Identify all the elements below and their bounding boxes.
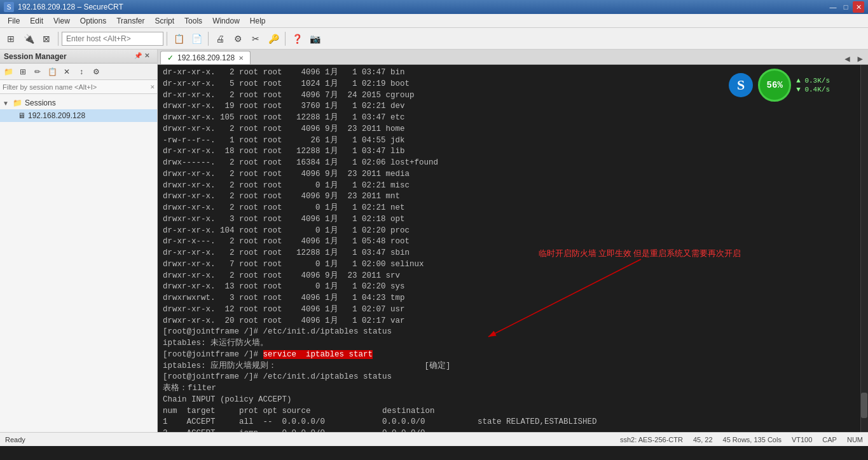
disconnect-button[interactable]: ⊠ — [38, 30, 55, 47]
sidebar-delete-btn[interactable]: ✕ — [60, 65, 74, 79]
tab-prev-icon[interactable]: ◀ — [842, 53, 852, 64]
status-caps: CAP — [822, 436, 837, 443]
sidebar-new-btn[interactable]: 📁 — [1, 65, 15, 79]
app-icon: S — [4, 2, 14, 12]
tab-check-icon: ✓ — [167, 53, 174, 62]
menu-view[interactable]: View — [48, 15, 75, 27]
session-tree: ▼ 📁 Sessions 🖥 192.168.209.128 — [0, 94, 157, 432]
content-area: ✓ 192.168.209.128 ✕ ◀ ▶ dr-xr-xr-x. 2 ro… — [158, 50, 868, 432]
toolbar-btn-7[interactable]: 📷 — [307, 30, 323, 47]
sidebar-pin-icon[interactable]: 📌 — [134, 52, 143, 61]
tab-close-icon[interactable]: ✕ — [238, 55, 244, 62]
terminal-content: dr-xr-xr-x. 2 root root 4096 1月 1 03:47 … — [163, 67, 863, 432]
menu-edit[interactable]: Edit — [25, 15, 48, 27]
sidebar-edit-btn[interactable]: ✏ — [31, 65, 45, 79]
sidebar-title: Session Manager — [4, 52, 67, 61]
sidebar-clone-btn[interactable]: 📋 — [45, 65, 59, 79]
status-bar: Ready ssh2: AES-256-CTR 45, 22 45 Rows, … — [0, 432, 868, 446]
tab-next-icon[interactable]: ▶ — [855, 53, 865, 64]
main-layout: Session Manager 📌 ✕ 📁 ⊞ ✏ 📋 ✕ ↕ ⚙ ✕ ▼ 📁 … — [0, 50, 868, 432]
menu-help[interactable]: Help — [245, 15, 271, 27]
speed-indicator: S 56% ▲ 0.3K/s ▼ 0.4K/s — [729, 69, 830, 102]
maximize-button[interactable]: □ — [840, 1, 851, 13]
menu-script[interactable]: Script — [149, 15, 179, 27]
sidebar-filter-bar: ✕ — [0, 80, 157, 94]
speed-values: ▲ 0.3K/s ▼ 0.4K/s — [796, 77, 830, 93]
terminal-scrollbar[interactable] — [860, 65, 868, 432]
annotation-text: 临时开启防火墙 立即生效 但是重启系统又需要再次开启 — [539, 248, 741, 259]
status-rows-cols: 45 Rows, 135 Cols — [723, 436, 782, 443]
status-terminal: VT100 — [792, 436, 812, 443]
host-input[interactable] — [62, 32, 163, 46]
session-icon: 🖥 — [18, 111, 25, 120]
filter-close-icon[interactable]: ✕ — [150, 83, 155, 91]
session-name: 192.168.209.128 — [28, 111, 85, 120]
toolbar-btn-4[interactable]: ⚙ — [230, 30, 246, 47]
menu-tools[interactable]: Tools — [179, 15, 207, 27]
toolbar-btn-1[interactable]: 📋 — [170, 30, 187, 47]
tab-label: 192.168.209.128 — [177, 53, 235, 62]
sidebar-toolbar: 📁 ⊞ ✏ 📋 ✕ ↕ ⚙ — [0, 64, 157, 80]
status-ssh-info: ssh2: AES-256-CTR — [620, 436, 683, 443]
status-ready: Ready — [5, 436, 25, 443]
menu-file[interactable]: File — [3, 15, 25, 27]
session-manager-panel: Session Manager 📌 ✕ 📁 ⊞ ✏ 📋 ✕ ↕ ⚙ ✕ ▼ 📁 … — [0, 50, 158, 432]
tree-sessions-root[interactable]: ▼ 📁 Sessions — [0, 97, 157, 109]
title-bar: S 192.168.209.128 – SecureCRT — □ ✕ — [0, 0, 868, 14]
toolbar-btn-6[interactable]: 🔑 — [265, 30, 282, 47]
session-filter-input[interactable] — [3, 83, 150, 91]
sidebar-move-btn[interactable]: ↕ — [74, 65, 88, 79]
toolbar-btn-3[interactable]: 🖨 — [212, 30, 228, 47]
folder-icon: 📁 — [13, 98, 22, 107]
s-icon: S — [729, 73, 753, 97]
menu-window[interactable]: Window — [207, 15, 245, 27]
sidebar-settings-btn[interactable]: ⚙ — [89, 65, 103, 79]
sessions-label: Sessions — [25, 98, 56, 107]
terminal-area[interactable]: dr-xr-xr-x. 2 root root 4096 1月 1 03:47 … — [158, 65, 868, 432]
sidebar-connect-btn[interactable]: ⊞ — [16, 65, 30, 79]
new-session-button[interactable]: ⊞ — [3, 30, 19, 47]
tab-bar: ✓ 192.168.209.128 ✕ ◀ ▶ — [158, 50, 868, 65]
sidebar-close-icon[interactable]: ✕ — [144, 52, 153, 61]
status-position: 45, 22 — [693, 436, 713, 443]
help-button[interactable]: ❓ — [289, 30, 305, 47]
menu-transfer[interactable]: Transfer — [111, 15, 149, 27]
speed-circle: 56% — [758, 69, 791, 102]
connect-button[interactable]: 🔌 — [20, 30, 37, 47]
toolbar-btn-2[interactable]: 📄 — [188, 30, 205, 47]
sidebar-header: Session Manager 📌 ✕ — [0, 50, 157, 64]
menu-options[interactable]: Options — [75, 15, 111, 27]
status-num: NUM — [847, 436, 863, 443]
close-button[interactable]: ✕ — [853, 1, 864, 13]
toolbar: ⊞ 🔌 ⊠ 📋 📄 🖨 ⚙ ✂ 🔑 ❓ 📷 — [0, 28, 868, 50]
toolbar-btn-5[interactable]: ✂ — [247, 30, 264, 47]
tree-session-item[interactable]: 🖥 192.168.209.128 — [0, 109, 157, 122]
active-tab[interactable]: ✓ 192.168.209.128 ✕ — [160, 51, 251, 64]
window-title: 192.168.209.128 – SecureCRT — [18, 3, 123, 11]
menu-bar: File Edit View Options Transfer Script T… — [0, 14, 868, 28]
minimize-button[interactable]: — — [827, 1, 839, 13]
